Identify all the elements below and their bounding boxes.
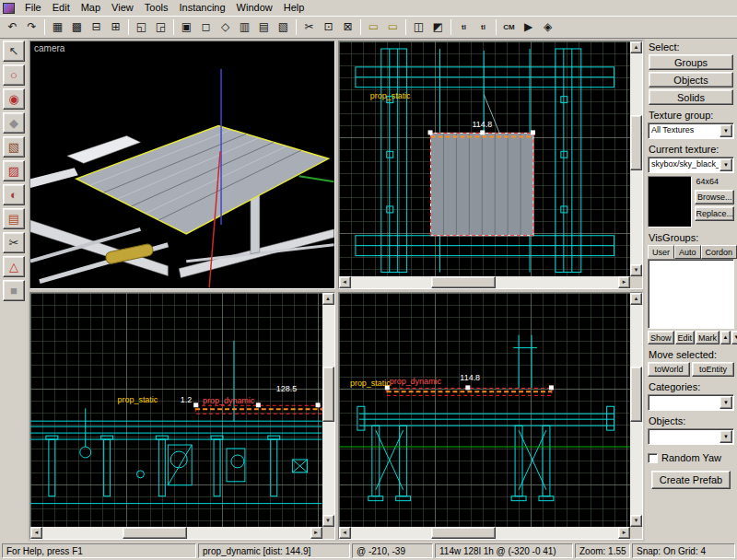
- side-view-vertical-scrollbar[interactable]: ▲ ▼: [630, 293, 642, 528]
- viewport-3d-camera[interactable]: camera: [29, 41, 335, 289]
- dropdown-arrow-icon[interactable]: ▼: [719, 124, 732, 137]
- toggle-grid-button[interactable]: ▦: [48, 18, 67, 37]
- scroll-thumb[interactable]: [431, 527, 496, 539]
- entity-tool-button[interactable]: ◆: [3, 112, 25, 134]
- toggle-grid-3d-button[interactable]: ▩: [67, 18, 87, 37]
- dropdown-arrow-icon[interactable]: ▼: [719, 158, 732, 171]
- scroll-up-button[interactable]: ▲: [630, 41, 642, 53]
- display-models-button[interactable]: CM: [499, 18, 519, 37]
- select-objects-button[interactable]: Objects: [649, 72, 733, 88]
- scroll-thumb[interactable]: [431, 276, 496, 288]
- visgroup-move-down-button[interactable]: ▼: [731, 331, 737, 344]
- morph-tool-button[interactable]: ■: [3, 280, 25, 301]
- select-partials-button[interactable]: ◩: [428, 18, 448, 37]
- side-view-horizontal-scrollbar[interactable]: ◄ ►: [339, 527, 631, 539]
- objects-dropdown[interactable]: ▼: [648, 428, 734, 445]
- top-view-vertical-scrollbar[interactable]: ▲ ▼: [630, 41, 642, 276]
- menu-help[interactable]: Help: [278, 0, 310, 16]
- menu-edit[interactable]: Edit: [47, 0, 76, 16]
- texture-group-dropdown[interactable]: All Textures ▼: [648, 122, 734, 139]
- scroll-left-button[interactable]: ◄: [339, 276, 351, 288]
- copy-button[interactable]: ⊡: [319, 18, 338, 37]
- smaller-grid-button[interactable]: ⊟: [87, 18, 106, 37]
- magnify-tool-button[interactable]: ○: [3, 64, 25, 86]
- block-tool-button[interactable]: ▧: [3, 136, 25, 158]
- visgroup-move-up-button[interactable]: ▲: [720, 331, 731, 344]
- larger-grid-button[interactable]: ⊞: [106, 18, 125, 37]
- toggle-helpers-button[interactable]: ◈: [538, 18, 557, 37]
- menu-instancing[interactable]: Instancing: [173, 0, 230, 16]
- scroll-down-button[interactable]: ▼: [630, 515, 642, 527]
- visgroup-edit-button[interactable]: Edit: [675, 331, 696, 344]
- scroll-right-button[interactable]: ►: [618, 276, 630, 288]
- viewport-2d-top[interactable]: 114.8 prop_static ▲ ▼ ◄ ►: [338, 41, 644, 289]
- edit-cordon-button[interactable]: ▭: [383, 18, 403, 37]
- viewport-2d-front[interactable]: prop_static 1.2 prop_dynamic 128.5 ▲ ▼ ◄…: [29, 292, 335, 541]
- clipping-tool-button[interactable]: ✂: [3, 232, 25, 253]
- dropdown-arrow-icon[interactable]: ▼: [719, 396, 732, 409]
- overlay-tool-button[interactable]: ▤: [3, 208, 25, 229]
- tab-user[interactable]: User: [648, 245, 674, 259]
- toworld-button[interactable]: toWorld: [648, 362, 690, 377]
- scroll-left-button[interactable]: ◄: [339, 527, 351, 539]
- menu-file[interactable]: File: [19, 0, 47, 16]
- tab-cordon[interactable]: Cordon: [701, 245, 737, 259]
- scroll-left-button[interactable]: ◄: [30, 527, 42, 539]
- replace-button[interactable]: Replace...: [695, 206, 734, 221]
- top-view-horizontal-scrollbar[interactable]: ◄ ►: [339, 276, 631, 288]
- paste-button[interactable]: ⊠: [338, 18, 357, 37]
- hide-unselected-button[interactable]: ▤: [254, 18, 274, 37]
- scroll-up-button[interactable]: ▲: [322, 293, 334, 305]
- scroll-thumb[interactable]: [630, 115, 642, 170]
- menu-window[interactable]: Window: [231, 0, 278, 16]
- visgroups-list[interactable]: [648, 259, 734, 329]
- current-texture-dropdown[interactable]: skybox/sky_black_notc ▼: [648, 157, 734, 173]
- cut-button[interactable]: ✂: [299, 18, 319, 37]
- dropdown-arrow-icon[interactable]: ▼: [719, 430, 732, 443]
- scroll-right-button[interactable]: ►: [618, 527, 630, 539]
- browse-button[interactable]: Browse...: [695, 190, 734, 204]
- menu-tools[interactable]: Tools: [139, 0, 174, 16]
- tab-auto[interactable]: Auto: [674, 245, 701, 259]
- save-window-state-button[interactable]: ◲: [151, 18, 170, 37]
- visgroup-mark-button[interactable]: Mark: [696, 331, 719, 344]
- redo-button[interactable]: ↷: [22, 18, 41, 37]
- show-hidden-button[interactable]: ▧: [274, 18, 293, 37]
- toggle-cordon-button[interactable]: ▭: [364, 18, 383, 37]
- toentity-button[interactable]: toEntity: [692, 362, 734, 377]
- group-button[interactable]: ▣: [177, 18, 196, 37]
- selection-tool-button[interactable]: ↖: [3, 41, 25, 62]
- viewport-2d-side[interactable]: prop_static prop_dynamic 114.8 ▲ ▼ ◄ ►: [338, 292, 644, 541]
- run-map-button[interactable]: ▶: [519, 18, 538, 37]
- random-yaw-checkbox[interactable]: [648, 453, 658, 463]
- scroll-thumb[interactable]: [322, 367, 334, 422]
- camera-tool-button[interactable]: ◉: [3, 88, 25, 110]
- ungroup-button[interactable]: ◻: [196, 18, 216, 37]
- select-touching-button[interactable]: ◫: [409, 18, 428, 37]
- front-view-horizontal-scrollbar[interactable]: ◄ ►: [30, 527, 322, 539]
- load-window-state-button[interactable]: ◱: [132, 18, 151, 37]
- ignore-groups-button[interactable]: ◇: [216, 18, 235, 37]
- undo-button[interactable]: ↶: [3, 18, 22, 37]
- menu-view[interactable]: View: [106, 0, 139, 16]
- menu-map[interactable]: Map: [76, 0, 106, 16]
- scroll-thumb[interactable]: [123, 527, 187, 539]
- vertex-tool-button[interactable]: △: [3, 256, 25, 277]
- select-groups-button[interactable]: Groups: [649, 54, 733, 70]
- scroll-thumb[interactable]: [630, 367, 642, 422]
- categories-dropdown[interactable]: ▼: [648, 394, 734, 411]
- scroll-down-button[interactable]: ▼: [322, 515, 334, 527]
- scroll-up-button[interactable]: ▲: [630, 293, 642, 305]
- front-view-vertical-scrollbar[interactable]: ▲ ▼: [322, 293, 334, 528]
- random-yaw-label: Random Yaw: [661, 452, 721, 463]
- texture-application-tool-button[interactable]: ▨: [3, 160, 25, 181]
- visgroup-show-button[interactable]: Show: [648, 331, 674, 344]
- hide-selected-button[interactable]: ▥: [235, 18, 254, 37]
- create-prefab-button[interactable]: Create Prefab: [651, 471, 731, 489]
- scroll-right-button[interactable]: ►: [310, 527, 322, 539]
- apply-decals-tool-button[interactable]: ◐: [3, 184, 25, 205]
- scroll-down-button[interactable]: ▼: [630, 264, 642, 276]
- texture-scale-lock-button[interactable]: tl: [474, 18, 493, 37]
- texture-lock-button[interactable]: tl: [454, 18, 474, 37]
- select-solids-button[interactable]: Solids: [649, 89, 733, 105]
